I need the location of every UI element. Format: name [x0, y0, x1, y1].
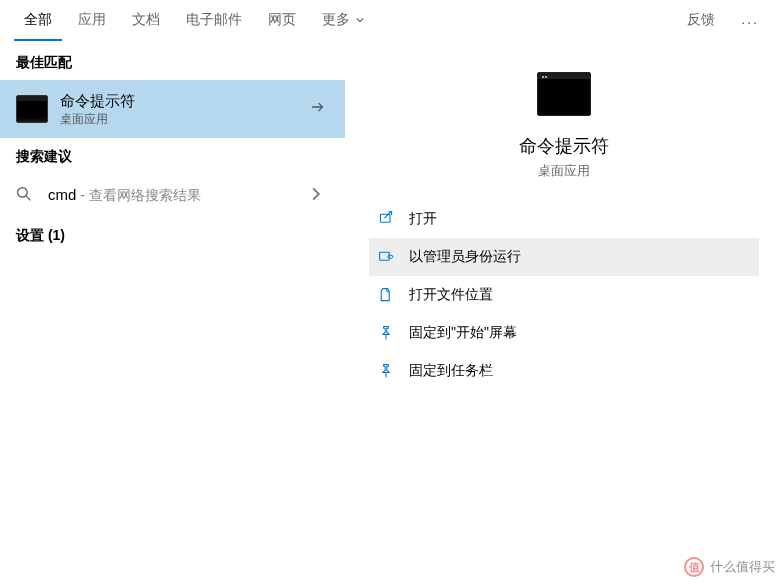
- action-open[interactable]: 打开: [369, 200, 759, 238]
- tab-docs[interactable]: 文档: [122, 5, 170, 39]
- best-match-result[interactable]: 命令提示符 桌面应用: [0, 80, 345, 138]
- action-pin-start[interactable]: 固定到"开始"屏幕: [369, 314, 759, 352]
- chevron-right-icon: [309, 187, 323, 201]
- watermark-text: 什么值得买: [710, 558, 775, 576]
- action-list: 打开 以管理员身份运行 打开文件位置 固定到"开始"屏幕: [369, 200, 759, 390]
- action-open-file-location[interactable]: 打开文件位置: [369, 276, 759, 314]
- tab-more[interactable]: 更多: [312, 5, 374, 39]
- action-label: 以管理员身份运行: [409, 248, 521, 266]
- pin-taskbar-icon: [377, 362, 395, 380]
- action-label: 固定到"开始"屏幕: [409, 324, 517, 342]
- ellipsis-icon: ···: [741, 14, 759, 30]
- detail-subtitle: 桌面应用: [538, 162, 590, 180]
- watermark: 值 什么值得买: [684, 557, 775, 577]
- open-icon: [377, 210, 395, 228]
- suggestion-suffix: - 查看网络搜索结果: [76, 187, 200, 203]
- more-menu-button[interactable]: ···: [731, 8, 769, 36]
- tab-web[interactable]: 网页: [258, 5, 306, 39]
- folder-icon: [377, 286, 395, 304]
- detail-title: 命令提示符: [519, 134, 609, 158]
- pin-start-icon: [377, 324, 395, 342]
- settings-header[interactable]: 设置 (1): [0, 217, 345, 253]
- action-label: 打开: [409, 210, 437, 228]
- tab-more-label: 更多: [322, 11, 350, 27]
- best-match-header: 最佳匹配: [0, 44, 345, 80]
- svg-point-0: [18, 187, 28, 197]
- detail-cmd-icon: [537, 72, 591, 116]
- action-label: 打开文件位置: [409, 286, 493, 304]
- search-icon: [16, 186, 32, 202]
- feedback-link[interactable]: 反馈: [677, 5, 725, 39]
- suggestions-header: 搜索建议: [0, 138, 345, 174]
- action-label: 固定到任务栏: [409, 362, 493, 380]
- expand-suggestion-button[interactable]: [303, 187, 329, 204]
- expand-result-button[interactable]: [303, 98, 333, 119]
- tab-all[interactable]: 全部: [14, 5, 62, 39]
- tab-apps[interactable]: 应用: [68, 5, 116, 39]
- action-pin-taskbar[interactable]: 固定到任务栏: [369, 352, 759, 390]
- arrow-right-icon: [309, 98, 327, 116]
- chevron-down-icon: [356, 16, 364, 24]
- admin-icon: [377, 248, 395, 266]
- result-subtitle: 桌面应用: [60, 111, 291, 128]
- action-run-as-admin[interactable]: 以管理员身份运行: [369, 238, 759, 276]
- tab-email[interactable]: 电子邮件: [176, 5, 252, 39]
- watermark-badge-icon: 值: [684, 557, 704, 577]
- cmd-icon: [16, 95, 48, 123]
- search-results-panel: 最佳匹配 命令提示符 桌面应用 搜索建议 cmd - 查看网络搜索结果 设置 (: [0, 44, 345, 585]
- search-filter-tabs: 全部 应用 文档 电子邮件 网页 更多 反馈 ···: [0, 0, 783, 44]
- suggestion-term: cmd: [48, 186, 76, 203]
- detail-panel: 命令提示符 桌面应用 打开 以管理员身份运行 打开文件位置: [345, 44, 783, 585]
- svg-rect-1: [380, 214, 390, 222]
- result-title: 命令提示符: [60, 90, 291, 111]
- search-suggestion-item[interactable]: cmd - 查看网络搜索结果: [0, 174, 345, 217]
